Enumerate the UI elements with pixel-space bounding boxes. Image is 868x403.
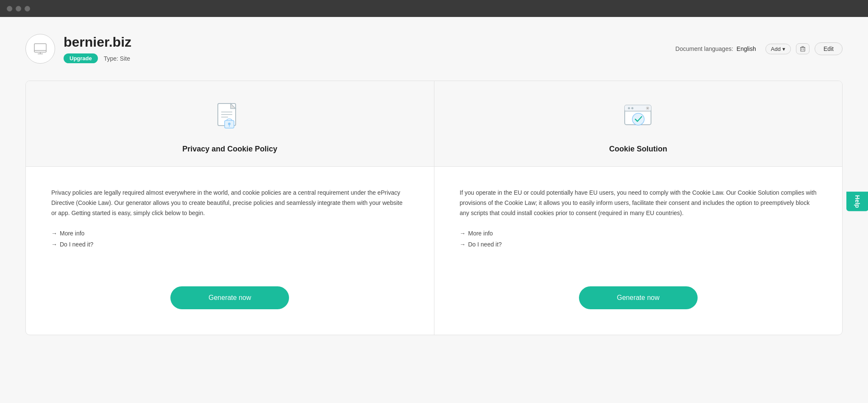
- cookie-description: If you operate in the EU or could potent…: [460, 188, 817, 218]
- cookie-generate-button[interactable]: Generate now: [579, 286, 698, 309]
- more-info-privacy-link[interactable]: → More info: [51, 230, 409, 237]
- svg-point-14: [228, 123, 231, 125]
- page-header: bernier.biz Upgrade Type: Site Document …: [25, 34, 843, 64]
- doc-languages: Document languages: English: [676, 45, 756, 52]
- help-tab[interactable]: Help: [846, 192, 868, 211]
- delete-language-button[interactable]: [796, 43, 810, 54]
- header-right: Document languages: English Add ▾ Edit: [676, 42, 843, 55]
- privacy-generate-wrap: Generate now: [51, 269, 409, 318]
- privacy-links: → More info → Do I need it?: [51, 230, 409, 248]
- privacy-description: Privacy policies are legally required al…: [51, 188, 409, 218]
- privacy-cookie-icon: [211, 98, 249, 136]
- site-title-block: bernier.biz Upgrade Type: Site: [64, 34, 131, 63]
- cookie-solution-card: Cookie Solution If you operate in the EU…: [434, 81, 843, 335]
- type-label: Type: Site: [104, 55, 130, 62]
- privacy-policy-card: Privacy and Cookie Policy Privacy polici…: [26, 81, 434, 335]
- minimize-dot: [16, 6, 21, 11]
- do-i-need-it-cookie-link[interactable]: → Do I need it?: [460, 241, 817, 248]
- privacy-generate-button[interactable]: Generate now: [170, 286, 289, 309]
- privacy-card-body: Privacy policies are legally required al…: [26, 167, 434, 335]
- cookie-solution-icon: [619, 98, 657, 136]
- svg-point-24: [632, 113, 644, 125]
- titlebar: [0, 0, 868, 17]
- svg-rect-6: [801, 48, 805, 51]
- svg-rect-5: [801, 46, 804, 47]
- language-value: English: [737, 45, 756, 52]
- maximize-dot: [25, 6, 30, 11]
- add-language-button[interactable]: Add ▾: [765, 44, 791, 54]
- more-info-cookie-link[interactable]: → More info: [460, 230, 817, 237]
- window-controls: [7, 6, 30, 11]
- privacy-card-header: Privacy and Cookie Policy: [26, 81, 434, 167]
- doc-languages-label: Document languages:: [676, 45, 733, 52]
- privacy-card-title: Privacy and Cookie Policy: [182, 145, 277, 154]
- svg-point-20: [631, 107, 633, 109]
- svg-point-19: [628, 107, 630, 109]
- do-i-need-it-privacy-link[interactable]: → Do I need it?: [51, 241, 409, 248]
- svg-rect-0: [34, 44, 46, 52]
- edit-button[interactable]: Edit: [815, 42, 843, 55]
- upgrade-badge[interactable]: Upgrade: [64, 53, 98, 63]
- cards-container: Privacy and Cookie Policy Privacy polici…: [25, 81, 843, 335]
- cookie-links: → More info → Do I need it?: [460, 230, 817, 248]
- cookie-card-body: If you operate in the EU or could potent…: [434, 167, 843, 335]
- site-icon: [25, 34, 55, 64]
- main-content: bernier.biz Upgrade Type: Site Document …: [0, 17, 868, 403]
- header-left: bernier.biz Upgrade Type: Site: [25, 34, 131, 64]
- header-meta: Upgrade Type: Site: [64, 53, 131, 63]
- close-dot: [7, 6, 12, 11]
- cookie-card-title: Cookie Solution: [609, 145, 667, 154]
- cookie-generate-wrap: Generate now: [460, 269, 817, 318]
- site-title: bernier.biz: [64, 34, 131, 50]
- cookie-card-header: Cookie Solution: [434, 81, 843, 167]
